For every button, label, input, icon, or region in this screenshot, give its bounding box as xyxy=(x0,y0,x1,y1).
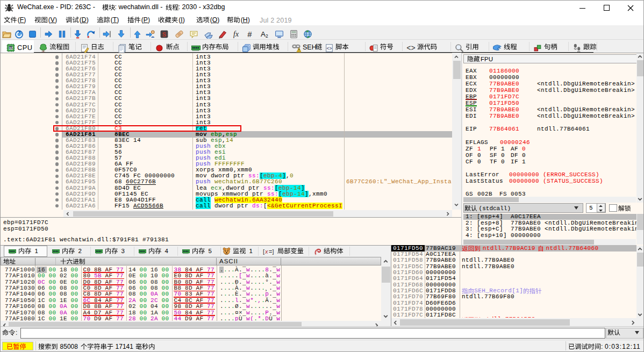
svg-text:<>: <> xyxy=(406,45,416,53)
svg-text:<>: <> xyxy=(326,46,332,51)
svg-text:fx: fx xyxy=(233,30,239,38)
svg-text:32: 32 xyxy=(9,46,13,49)
svg-text:A: A xyxy=(261,30,266,38)
svg-text:#: # xyxy=(247,30,252,39)
svg-text:!: ! xyxy=(298,48,299,52)
svg-text:2: 2 xyxy=(266,33,268,39)
svg-text:S: S xyxy=(162,31,166,38)
